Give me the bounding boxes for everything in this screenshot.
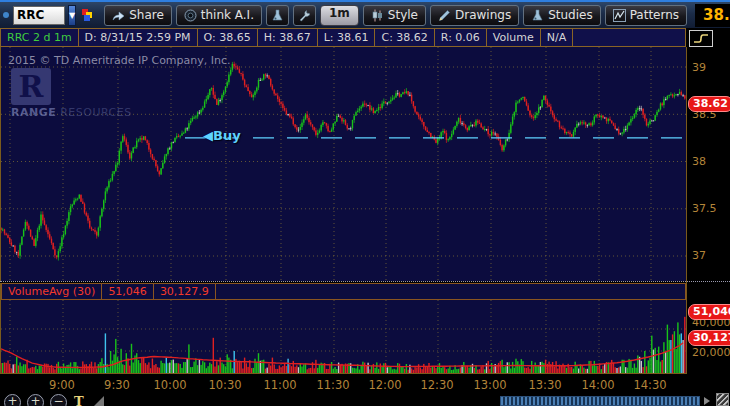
- quote-high: H: 38.67: [258, 28, 318, 47]
- volume-last-bubble: 51,046: [688, 304, 730, 320]
- price-chart-pane[interactable]: [0, 47, 686, 281]
- volume-tick-20000: 20,000: [692, 346, 730, 359]
- patterns-button[interactable]: Patterns: [605, 5, 687, 26]
- thinkorswim-chart-window: ▼ RANGE RESOURC... Share think A.I.: [0, 0, 730, 406]
- drawing-tool-flag-icon[interactable]: [94, 396, 104, 406]
- timeframe-button[interactable]: 1m: [320, 5, 359, 26]
- volume-avg-value: 30,127.9: [154, 283, 216, 300]
- price-tick-37: 37: [692, 249, 706, 262]
- studies-button-label: Studies: [548, 8, 593, 22]
- symbol-dropdown-button[interactable]: ▼: [68, 5, 76, 26]
- pane-divider[interactable]: [0, 281, 730, 282]
- think-ai-lens-icon: [184, 9, 197, 22]
- time-tick: 11:00: [260, 378, 300, 392]
- drawings-button-label: Drawings: [455, 8, 511, 22]
- time-tick: 10:30: [205, 378, 245, 392]
- share-button-label: Share: [129, 8, 164, 22]
- time-tick: 14:00: [578, 378, 618, 392]
- connection-status-dot: [3, 12, 9, 18]
- time-tick: 12:00: [365, 378, 405, 392]
- share-button[interactable]: Share: [104, 5, 172, 26]
- watermark-text-light: RESOURCES: [56, 106, 132, 119]
- price-scale-toggle-icon[interactable]: [689, 30, 713, 47]
- think-ai-button[interactable]: think A.I.: [176, 5, 262, 26]
- price-tick-37_5: 37.5: [692, 202, 717, 215]
- chart-toolbar: ▼ RANGE RESOURC... Share think A.I.: [0, 0, 730, 28]
- watermark-text-bold: RANGE: [11, 106, 56, 119]
- quote-bar-filler: [573, 28, 686, 47]
- volume-legend-bar: VolumeAvg (30) 51,046 30,127.9: [0, 283, 686, 300]
- price-tick-38: 38: [692, 155, 706, 168]
- copyright-text: 2015 © TD Ameritrade IP Company, Inc.: [8, 54, 231, 67]
- time-tick: 13:00: [470, 378, 510, 392]
- zoom-out-button[interactable]: −: [50, 394, 67, 406]
- candlestick-plot[interactable]: [1, 47, 686, 281]
- wrench-icon: [298, 9, 311, 22]
- quote-volume-label: Volume: [487, 28, 541, 47]
- chart-settings-button[interactable]: [293, 5, 316, 26]
- time-tick: 9:30: [97, 378, 137, 392]
- last-price-bubble: 38.62: [688, 96, 730, 112]
- patterns-button-label: Patterns: [630, 8, 679, 22]
- volume-plot[interactable]: [1, 300, 686, 373]
- quote-open: O: 38.65: [198, 28, 258, 47]
- volume-last-value: 51,046: [102, 283, 154, 300]
- drawings-button[interactable]: Drawings: [430, 5, 519, 26]
- think-ai-button-label: think A.I.: [201, 8, 254, 22]
- corner-resize-grip[interactable]: [716, 393, 729, 406]
- volume-study-label[interactable]: VolumeAvg (30): [1, 283, 102, 300]
- quick-study-button[interactable]: [266, 5, 289, 26]
- style-button[interactable]: Style: [363, 5, 426, 26]
- quote-close: C: 38.62: [375, 28, 434, 47]
- watermark-text: RANGE RESOURCES: [11, 106, 132, 119]
- style-button-label: Style: [388, 8, 418, 22]
- quote-bar: RRC 2 d 1m D: 8/31/15 2:59 PM O: 38.65 H…: [0, 28, 686, 47]
- time-tick: 14:30: [630, 378, 670, 392]
- candle-style-icon: [371, 9, 384, 22]
- quote-range: R: 0.06: [435, 28, 487, 47]
- zoom-range-button[interactable]: +: [27, 394, 44, 406]
- studies-flask-icon: [531, 9, 544, 22]
- quote-low: L: 38.61: [318, 28, 376, 47]
- volume-pane[interactable]: [0, 300, 686, 374]
- time-tick: 10:00: [150, 378, 190, 392]
- watermark-logo: R: [11, 68, 51, 105]
- toolbar-last-price: 38.62: [695, 4, 730, 27]
- link-group-icon[interactable]: [82, 9, 94, 21]
- text-note-tool-button[interactable]: T: [74, 394, 84, 406]
- quote-date: D: 8/31/15 2:59 PM: [79, 28, 198, 47]
- price-tick-39: 39: [692, 61, 706, 74]
- time-tick: 9:00: [42, 378, 82, 392]
- scroll-right-arrow[interactable]: [704, 397, 710, 405]
- symbol-input[interactable]: [13, 6, 65, 25]
- time-tick: 13:30: [525, 378, 565, 392]
- time-tick: 12:30: [417, 378, 457, 392]
- time-tick: 11:30: [313, 378, 353, 392]
- chart-horizontal-scrollbar[interactable]: [500, 396, 700, 406]
- share-icon: [112, 9, 125, 22]
- studies-button[interactable]: Studies: [523, 5, 601, 26]
- symbol-period-label: RRC 2 d 1m: [0, 28, 79, 47]
- buy-annotation[interactable]: ◀Buy: [203, 128, 241, 143]
- patterns-zigzag-icon: [613, 9, 626, 22]
- pencil-icon: [438, 9, 451, 22]
- flask-small-icon: [271, 9, 284, 22]
- quote-volume-value: N/A: [541, 28, 573, 47]
- volume-legend-filler: [216, 283, 686, 300]
- volume-avg-bubble: 30,127.9: [688, 330, 730, 346]
- zoom-in-button[interactable]: +: [4, 394, 21, 406]
